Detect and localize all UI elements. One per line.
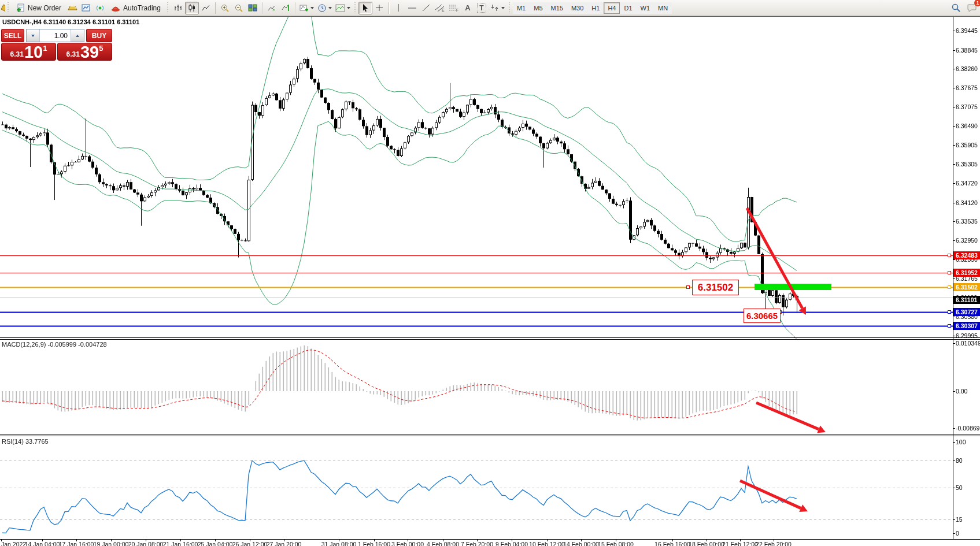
autotrading-button[interactable]: AutoTrading [107, 2, 165, 14]
date-axis-tick: 26 Jan 12:00 [232, 541, 268, 546]
new-order-button[interactable]: New Order [12, 2, 65, 14]
chart-canvas[interactable] [0, 17, 980, 546]
timeframe-button-h1[interactable]: H1 [587, 2, 604, 14]
periods-button[interactable] [316, 2, 334, 14]
gold-button[interactable] [65, 2, 79, 14]
notifications-button[interactable]: 1 [965, 1, 979, 14]
buy-price-box[interactable]: 6.31 39 5 [57, 43, 112, 61]
template-icon [335, 4, 345, 12]
crosshair-tool-button[interactable] [372, 2, 386, 14]
date-axis-tick: 19 Jan 00:00 [94, 541, 129, 546]
price-axis-tick: 6.35305 [956, 161, 978, 168]
timeframe-button-m5[interactable]: M5 [530, 2, 546, 14]
sell-price-box[interactable]: 6.31 10 1 [1, 43, 56, 61]
arrows-tool-button[interactable] [489, 2, 506, 14]
date-axis-tick: 4 Feb 08:00 [427, 541, 459, 546]
date-axis-tick: 27 Jan 20:00 [267, 541, 302, 546]
cursor-tool-button[interactable] [358, 2, 372, 14]
autotrading-icon [111, 3, 120, 12]
report-button[interactable] [79, 2, 93, 14]
date-axis-tick: 21 Feb 12:00 [722, 541, 758, 546]
macd-axis-tick: 0.00 [956, 388, 967, 395]
rsi-axis-tick: 100 [956, 439, 966, 445]
zoom-out-button[interactable] [232, 2, 246, 14]
timeframe-button-mn[interactable]: MN [654, 2, 672, 14]
sell-price-big: 10 [24, 44, 43, 60]
channel-tool-button[interactable]: E [433, 2, 447, 14]
text-label-tool-button[interactable]: T [475, 2, 489, 14]
toolbar-grip [167, 2, 169, 14]
new-order-icon [16, 3, 25, 13]
timeframe-button-m30[interactable]: M30 [567, 2, 587, 14]
price-axis-tick: 6.34720 [956, 180, 978, 187]
lot-size-field[interactable]: 1.00 [40, 29, 71, 42]
date-axis-tick: 25 Jan 04:00 [198, 541, 233, 546]
rsi-axis-tick: 0 [956, 530, 959, 537]
timeframe-button-m15[interactable]: M15 [547, 2, 567, 14]
bar-chart-button[interactable] [171, 2, 185, 14]
price-axis-tick: 6.38260 [956, 65, 978, 72]
crosshair-icon [375, 3, 384, 12]
zoom-out-icon [234, 3, 243, 13]
autotrading-label: AutoTrading [123, 4, 161, 12]
candlestick-chart-button[interactable] [185, 2, 199, 14]
swing-low-price-label[interactable]: 6.30665 [744, 309, 781, 323]
timeframe-button-w1[interactable]: W1 [637, 2, 654, 14]
date-axis-tick: 17 Jan 16:00 [59, 541, 94, 546]
timeframe-button-d1[interactable]: D1 [620, 2, 636, 14]
timeframe-button-h4[interactable]: H4 [604, 2, 620, 14]
tile-windows-button[interactable] [246, 2, 260, 14]
rsi-axis-tick: 15 [956, 516, 963, 523]
rsi-axis-tick: 80 [956, 457, 963, 464]
signals-button[interactable] [93, 2, 107, 14]
date-axis-tick: 20 Jan 08:00 [128, 541, 164, 546]
date-axis-tick: 21 Jan 16:00 [163, 541, 198, 546]
zoom-in-icon [220, 3, 230, 13]
macd-axis-tick: 0.010349 [956, 340, 980, 347]
date-axis-tick: 14 Jan 04:00 [25, 541, 60, 546]
vertical-line-tool-button[interactable] [391, 2, 405, 14]
one-click-trading-panel: SELL 1.00 BUY 6.31 10 1 6.31 39 5 [1, 29, 112, 61]
one-click-top-row: SELL 1.00 BUY [1, 29, 112, 42]
fibonacci-tool-button[interactable]: F [447, 2, 461, 14]
search-button[interactable] [949, 1, 963, 14]
date-axis-tick: Jan 2022 [1, 541, 26, 546]
candlestick-chart-icon [187, 3, 197, 12]
trendline-tool-button[interactable] [419, 2, 433, 14]
chart-shift-icon [281, 3, 290, 12]
line-chart-button[interactable] [199, 2, 213, 14]
support-price-label[interactable]: 6.31502 [692, 280, 739, 295]
auto-scroll-button[interactable] [265, 2, 279, 14]
templates-button[interactable] [334, 2, 352, 14]
chart-shift-button[interactable] [279, 2, 293, 14]
zoom-in-button[interactable] [218, 2, 232, 14]
toolbar-grip [354, 2, 357, 14]
date-axis-tick: 9 Feb 04:00 [495, 541, 528, 546]
price-axis-badge: 6.31502 [953, 283, 980, 291]
lot-increase-button[interactable] [71, 29, 84, 42]
sell-button[interactable]: SELL [1, 29, 24, 42]
macd-axis-tick: -0.008696 [956, 425, 980, 432]
vertical-line-icon [395, 3, 401, 12]
buy-button[interactable]: BUY [86, 29, 112, 42]
lot-decrease-button[interactable] [27, 29, 40, 42]
date-axis-tick: 7 Feb 20:00 [461, 541, 493, 546]
line-chart-icon [201, 3, 210, 12]
price-axis-badge: 6.30727 [953, 308, 980, 316]
timeframe-button-m1[interactable]: M1 [513, 2, 530, 14]
lot-size-stepper: 1.00 [26, 29, 84, 42]
date-axis-tick: 16 Feb 16:00 [654, 541, 690, 546]
horizontal-line-tool-button[interactable] [405, 2, 419, 14]
toolbar-grip [508, 2, 511, 14]
clipped-toolbar-icon [0, 3, 5, 13]
fibonacci-glyph: F [456, 8, 458, 12]
signal-icon [95, 3, 105, 12]
toolbar-grip [7, 2, 10, 14]
price-axis-tick: 6.35905 [956, 142, 978, 148]
macd-indicator-label: MACD(12,26,9) -0.005999 -0.004728 [2, 341, 107, 348]
text-tool-button[interactable]: A [461, 2, 475, 14]
arrows-icon [490, 3, 500, 12]
price-axis-badge: 6.30307 [953, 322, 980, 330]
indicators-button[interactable] [298, 2, 316, 14]
notification-badge: 1 [974, 0, 980, 6]
